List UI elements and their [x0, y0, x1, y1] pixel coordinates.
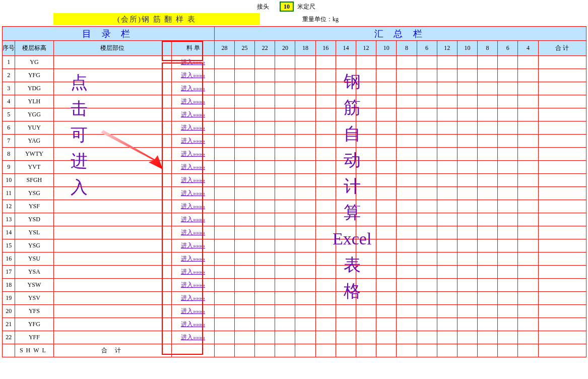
cell-value: [397, 331, 417, 344]
cell-value: [336, 148, 356, 161]
cell-value: [518, 82, 538, 95]
cell-value: [518, 266, 538, 279]
cell-value: [457, 292, 477, 305]
cell-value: [376, 174, 397, 187]
enter-link[interactable]: 进入»»»»: [181, 137, 205, 144]
cell-value: [275, 174, 295, 187]
enter-link[interactable]: 进入»»»»: [181, 190, 205, 197]
cell-level: YSL: [15, 226, 53, 239]
cell-value: [214, 174, 234, 187]
cell-value: [275, 200, 295, 213]
enter-link[interactable]: 进入»»»»: [181, 72, 205, 79]
cell-value: [234, 200, 254, 213]
enter-link[interactable]: 进入»»»»: [181, 124, 205, 131]
cell-value: [356, 121, 376, 135]
cell-value: [457, 161, 477, 174]
cell-value: [518, 95, 538, 108]
cell-value: [457, 344, 477, 357]
cell-value: [356, 252, 376, 266]
table-row: 9YVT进入»»»»: [3, 161, 586, 174]
cell-value: [397, 266, 417, 279]
cell-value: [315, 95, 336, 108]
cell-position: [53, 226, 172, 239]
cell-level: YLH: [15, 95, 53, 108]
cell-value: [376, 56, 397, 69]
cell-value: [437, 344, 457, 357]
enter-link[interactable]: 进入»»»»: [181, 85, 205, 92]
cell-value: [397, 161, 417, 174]
enter-link[interactable]: 进入»»»»: [181, 307, 205, 314]
col-8: 8: [397, 41, 417, 56]
cell-value: [275, 135, 295, 148]
enter-link[interactable]: 进入»»»»: [181, 176, 205, 183]
cell-value: [255, 279, 275, 292]
cell-value: [376, 69, 397, 82]
cell-value: [397, 344, 417, 357]
cell-value: [457, 69, 477, 82]
cell-value: [417, 161, 437, 174]
cell-value: [295, 239, 315, 252]
cell-value: [376, 226, 397, 239]
cell-value: [275, 344, 295, 357]
cell-value: [315, 252, 336, 266]
enter-link[interactable]: 进入»»»»: [181, 150, 205, 157]
cell-level: SHWL: [15, 344, 53, 357]
cell-value: [397, 56, 417, 69]
enter-link[interactable]: 进入»»»»: [181, 58, 205, 66]
cell-value: [356, 331, 376, 344]
cell-bill: 进入»»»»: [172, 200, 215, 213]
cell-value: [538, 305, 586, 318]
enter-link[interactable]: 进入»»»»: [181, 216, 205, 223]
col-4: 4: [518, 41, 538, 56]
cell-value: [295, 187, 315, 200]
cell-value: [255, 82, 275, 95]
enter-link[interactable]: 进入»»»»: [181, 281, 205, 288]
cell-value: [336, 187, 356, 200]
cell-value: [255, 161, 275, 174]
cell-position: [53, 69, 172, 82]
cell-value: [255, 108, 275, 121]
cell-position: [53, 174, 172, 187]
enter-link[interactable]: 进入»»»»: [181, 98, 205, 105]
enter-link[interactable]: 进入»»»»: [181, 203, 205, 210]
cell-value: [498, 95, 518, 108]
cell-value: [295, 344, 315, 357]
enter-link[interactable]: 进入»»»»: [181, 268, 205, 275]
cell-value: [275, 318, 295, 331]
enter-link[interactable]: 进入»»»»: [181, 242, 205, 249]
cell-value: [295, 318, 315, 331]
cell-value: [234, 95, 254, 108]
enter-link[interactable]: 进入»»»»: [181, 229, 205, 236]
cell-value: [498, 148, 518, 161]
enter-link[interactable]: 进入»»»»: [181, 255, 205, 262]
cell-seq: 4: [3, 95, 15, 108]
enter-link[interactable]: 进入»»»»: [181, 294, 205, 301]
table-row: 19YSV进入»»»»: [3, 292, 586, 305]
cell-value: [376, 266, 397, 279]
cell-value: [376, 279, 397, 292]
cell-value: [376, 318, 397, 331]
cell-value: [315, 108, 336, 121]
cell-value: [397, 95, 417, 108]
cell-value: [417, 121, 437, 135]
cell-seq: 2: [3, 69, 15, 82]
cell-value: [336, 213, 356, 226]
enter-link[interactable]: 进入»»»»: [181, 321, 205, 328]
cell-value: [397, 239, 417, 252]
enter-link[interactable]: 进入»»»»: [181, 111, 205, 118]
cell-value: [397, 69, 417, 82]
cell-value: [437, 161, 457, 174]
cell-value: [457, 226, 477, 239]
col-22: 22: [255, 41, 275, 56]
cell-value: [295, 56, 315, 69]
cell-value: [457, 239, 477, 252]
cell-value: [295, 226, 315, 239]
cell-value: [397, 213, 417, 226]
cell-bill: 进入»»»»: [172, 318, 215, 331]
cell-value: [255, 213, 275, 226]
table-row: 18YSW进入»»»»: [3, 279, 586, 292]
cell-value: [356, 279, 376, 292]
enter-link[interactable]: 进入»»»»: [181, 334, 205, 341]
enter-link[interactable]: 进入»»»»: [181, 163, 205, 170]
cell-seq: 17: [3, 266, 15, 279]
